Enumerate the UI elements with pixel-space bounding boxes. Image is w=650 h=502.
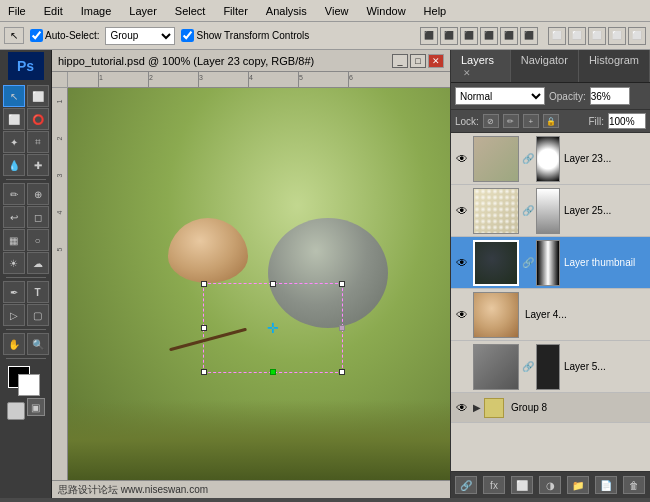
minimize-btn[interactable]: _ — [392, 54, 408, 68]
layers-list: 👁 🔗 Layer 23... 👁 🔗 Layer 25... 👁 — [451, 133, 650, 471]
align-top-btn[interactable]: ⬛ — [480, 27, 498, 45]
group8-expand[interactable]: ▶ — [473, 402, 481, 413]
distribute-bot-btn[interactable]: ⬜ — [628, 27, 646, 45]
new-group-btn[interactable]: 📁 — [567, 476, 589, 494]
group8-visibility[interactable]: 👁 — [453, 399, 471, 417]
ruler-corner — [52, 72, 68, 88]
menu-filter[interactable]: Filter — [219, 3, 251, 19]
canvas-image[interactable]: ✛ — [68, 88, 450, 480]
menu-window[interactable]: Window — [362, 3, 409, 19]
lock-transparent-btn[interactable]: ⊘ — [483, 114, 499, 128]
menu-analysis[interactable]: Analysis — [262, 3, 311, 19]
lock-position-btn[interactable]: + — [523, 114, 539, 128]
dodge-tool[interactable]: ☀ — [3, 252, 25, 274]
tab-layers[interactable]: Layers ✕ — [451, 50, 511, 82]
layer-row-5[interactable]: 🔗 Layer 5... — [451, 341, 650, 393]
tool-row-8: ☀ ☁ — [3, 252, 49, 274]
magic-wand-tool[interactable]: ✦ — [3, 131, 25, 153]
pen-tool[interactable]: ✒ — [3, 281, 25, 303]
layer-row-23[interactable]: 👁 🔗 Layer 23... — [451, 133, 650, 185]
eraser-tool[interactable]: ◻ — [27, 206, 49, 228]
menu-layer[interactable]: Layer — [125, 3, 161, 19]
distribute-mid-btn[interactable]: ⬜ — [608, 27, 626, 45]
marquee-tool[interactable]: ⬜ — [3, 108, 25, 130]
move-tool-btn[interactable]: ↖ — [4, 27, 24, 44]
eyedropper-tool[interactable]: 💧 — [3, 154, 25, 176]
align-left-btn[interactable]: ⬛ — [420, 27, 438, 45]
menu-help[interactable]: Help — [420, 3, 451, 19]
layer-row-sel[interactable]: 👁 🔗 Layer thumbnail — [451, 237, 650, 289]
maximize-btn[interactable]: □ — [410, 54, 426, 68]
screen-mode-btn[interactable]: ▣ — [27, 398, 45, 416]
tool-separator-3 — [6, 329, 46, 330]
tool-row-3: ✦ ⌗ — [3, 131, 49, 153]
show-transform-checkbox[interactable] — [181, 29, 194, 42]
menu-image[interactable]: Image — [77, 3, 116, 19]
group8-name: Group 8 — [511, 402, 648, 413]
fill-input[interactable] — [608, 113, 646, 129]
layer-5-visibility[interactable] — [453, 358, 471, 376]
tool-row-11: ✋ 🔍 — [3, 333, 49, 355]
panel-footer: 🔗 fx ⬜ ◑ 📁 📄 🗑 — [451, 471, 650, 498]
align-right-btn[interactable]: ⬛ — [460, 27, 478, 45]
blend-mode-select[interactable]: Normal — [455, 87, 545, 105]
crop-tool[interactable]: ⌗ — [27, 131, 49, 153]
layer-row-4[interactable]: 👁 Layer 4... — [451, 289, 650, 341]
shape-tool[interactable]: ▢ — [27, 304, 49, 326]
opacity-input[interactable] — [590, 87, 630, 105]
lock-image-btn[interactable]: ✏ — [503, 114, 519, 128]
fx-btn[interactable]: fx — [483, 476, 505, 494]
layer-25-visibility[interactable]: 👁 — [453, 202, 471, 220]
path-selection-tool[interactable]: ▷ — [3, 304, 25, 326]
blur-tool[interactable]: ○ — [27, 229, 49, 251]
close-btn[interactable]: ✕ — [428, 54, 444, 68]
text-tool[interactable]: T — [27, 281, 49, 303]
distribute-h-btn[interactable]: ⬜ — [548, 27, 566, 45]
new-adjustment-btn[interactable]: ◑ — [539, 476, 561, 494]
layer-row-group8[interactable]: 👁 ▶ Group 8 — [451, 393, 650, 423]
clone-stamp-tool[interactable]: ⊕ — [27, 183, 49, 205]
status-bar: 思路设计论坛 www.niseswan.com — [52, 480, 450, 498]
lasso-tool[interactable]: ⭕ — [27, 108, 49, 130]
tab-histogram[interactable]: Histogram — [579, 50, 650, 82]
align-middle-btn[interactable]: ⬛ — [500, 27, 518, 45]
quick-mask-btn[interactable] — [7, 402, 25, 420]
spot-heal-tool[interactable]: ✚ — [27, 154, 49, 176]
move-tool[interactable]: ↖ — [3, 85, 25, 107]
status-text: 思路设计论坛 www.niseswan.com — [58, 483, 208, 497]
distribute-v-btn[interactable]: ⬜ — [568, 27, 586, 45]
align-bottom-btn[interactable]: ⬛ — [520, 27, 538, 45]
menu-view[interactable]: View — [321, 3, 353, 19]
layer-23-visibility[interactable]: 👁 — [453, 150, 471, 168]
new-layer-btn[interactable]: 📄 — [595, 476, 617, 494]
delete-layer-btn[interactable]: 🗑 — [623, 476, 645, 494]
layer-row-25[interactable]: 👁 🔗 Layer 25... — [451, 185, 650, 237]
menu-edit[interactable]: Edit — [40, 3, 67, 19]
brush-tool[interactable]: ✏ — [3, 183, 25, 205]
toolbox: Ps ↖ ⬜ ⬜ ⭕ ✦ ⌗ 💧 ✚ ✏ ⊕ ↩ ◻ ▦ ○ — [0, 50, 52, 498]
link-layers-btn[interactable]: 🔗 — [455, 476, 477, 494]
add-mask-btn[interactable]: ⬜ — [511, 476, 533, 494]
hand-tool[interactable]: ✋ — [3, 333, 25, 355]
zoom-tool[interactable]: 🔍 — [27, 333, 49, 355]
background-color[interactable] — [18, 374, 40, 396]
layer-sel-visibility[interactable]: 👁 — [453, 254, 471, 272]
artboard-tool[interactable]: ⬜ — [27, 85, 49, 107]
align-center-btn[interactable]: ⬛ — [440, 27, 458, 45]
auto-select-dropdown[interactable]: Group — [105, 27, 175, 45]
menu-file[interactable]: File — [4, 3, 30, 19]
auto-select-checkbox[interactable] — [30, 29, 43, 42]
tab-navigator[interactable]: Navigator — [511, 50, 579, 82]
layers-tab-close[interactable]: ✕ — [463, 68, 471, 78]
ps-logo: Ps — [8, 52, 44, 80]
burn-tool[interactable]: ☁ — [27, 252, 49, 274]
gradient-tool[interactable]: ▦ — [3, 229, 25, 251]
lock-all-btn[interactable]: 🔒 — [543, 114, 559, 128]
distribute-top-btn[interactable]: ⬜ — [588, 27, 606, 45]
color-area: ▣ — [7, 366, 45, 420]
history-brush-tool[interactable]: ↩ — [3, 206, 25, 228]
tool-separator-2 — [6, 277, 46, 278]
tool-row-2: ⬜ ⭕ — [3, 108, 49, 130]
layer-4-visibility[interactable]: 👁 — [453, 306, 471, 324]
menu-select[interactable]: Select — [171, 3, 210, 19]
